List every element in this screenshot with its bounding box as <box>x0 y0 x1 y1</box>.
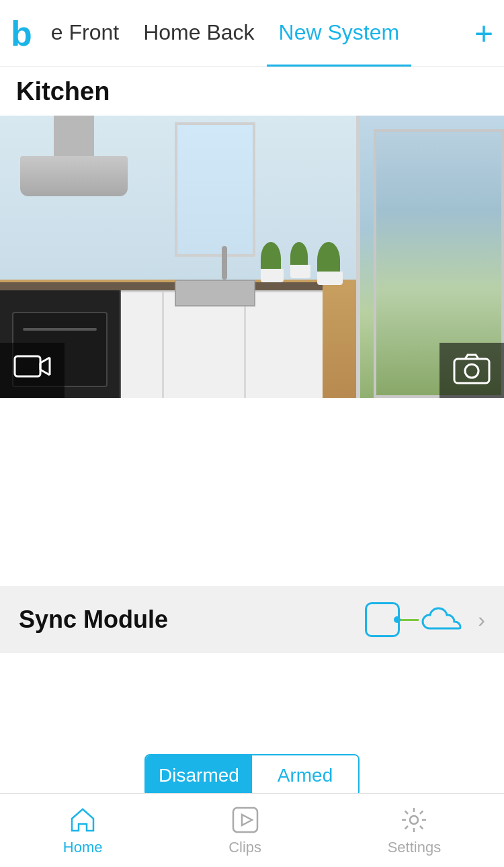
tab-home-front[interactable]: e Front <box>39 0 131 67</box>
sync-module-right: › <box>365 602 485 637</box>
svg-line-8 <box>40 370 50 375</box>
svg-rect-6 <box>15 356 40 376</box>
sync-status-icon <box>365 602 464 637</box>
svg-point-15 <box>410 816 418 824</box>
tab-home-back[interactable]: Home Back <box>131 0 266 67</box>
sync-module-chevron-icon: › <box>478 608 485 632</box>
photo-capture-button[interactable] <box>439 343 504 398</box>
svg-marker-14 <box>242 815 252 825</box>
content-spacer <box>0 398 504 586</box>
tab-new-system[interactable]: New System <box>267 0 412 67</box>
nav-home-label: Home <box>63 839 103 856</box>
svg-point-12 <box>465 364 478 378</box>
tab-list: e Front Home Back New System <box>39 0 469 67</box>
nav-clips[interactable]: Clips <box>228 805 261 856</box>
camera-feed <box>0 116 504 398</box>
sync-module-square-icon <box>365 602 400 637</box>
svg-rect-11 <box>454 359 489 383</box>
nav-clips-label: Clips <box>228 839 261 856</box>
sync-cloud-icon <box>419 603 464 636</box>
sync-connection-line <box>400 619 419 621</box>
video-record-button[interactable] <box>0 343 65 398</box>
armed-button[interactable]: Armed <box>252 755 358 796</box>
nav-settings-label: Settings <box>388 839 442 856</box>
clips-icon <box>230 805 260 835</box>
home-icon <box>68 805 97 835</box>
add-system-button[interactable]: + <box>474 17 493 50</box>
camera-title-bar: Kitchen <box>0 67 504 116</box>
svg-line-7 <box>40 358 50 363</box>
nav-settings[interactable]: Settings <box>388 805 442 856</box>
armed-toggle: Disarmed Armed <box>144 754 360 797</box>
settings-icon <box>399 805 429 835</box>
disarmed-button[interactable]: Disarmed <box>146 755 252 796</box>
bottom-nav: Home Clips Settings <box>0 793 504 867</box>
nav-home[interactable]: Home <box>63 805 103 856</box>
bottom-spacer <box>0 653 504 734</box>
app-logo: b <box>11 16 32 51</box>
sync-module-title: Sync Module <box>19 606 168 634</box>
header: b e Front Home Back New System + <box>0 0 504 67</box>
camera-title: Kitchen <box>16 77 110 106</box>
sync-module-bar[interactable]: Sync Module › <box>0 586 504 653</box>
